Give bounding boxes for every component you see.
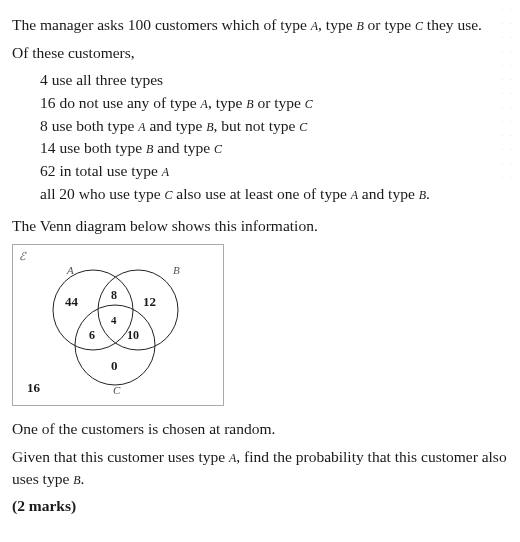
- of-these-line: Of these customers,: [12, 42, 508, 64]
- fact-text: 14 use both type: [40, 139, 146, 156]
- fact-text: 16 do not use any of type: [40, 94, 201, 111]
- question-text: .: [80, 470, 84, 487]
- set-c-label: C: [113, 383, 120, 398]
- fact-item: 62 in total use type A: [40, 160, 508, 182]
- venn-diagram: ℰ A B C 44 8 12 4 6 10 0 16: [12, 244, 224, 406]
- fact-item: 14 use both type B and type C: [40, 137, 508, 159]
- type-a-label: A: [162, 165, 169, 179]
- fact-item: 8 use both type A and type B, but not ty…: [40, 115, 508, 137]
- question-line-2: Given that this customer uses type A, fi…: [12, 446, 508, 489]
- venn-circles: [13, 245, 223, 405]
- fact-item: 16 do not use any of type A, type B or t…: [40, 92, 508, 114]
- fact-text: all 20 who use type: [40, 185, 164, 202]
- region-ac: 6: [89, 327, 95, 344]
- fact-text: and type: [358, 185, 419, 202]
- question-text: Given that this customer uses type: [12, 448, 229, 465]
- region-outside: 16: [27, 379, 40, 397]
- decorative-dots: · ·· ·· ·· ·· ·· ·· ·· ·· ·· ·· ·· ·· ·: [501, 2, 514, 184]
- marks-label: (2 marks): [12, 495, 508, 517]
- intro-text: they use.: [423, 16, 482, 33]
- fact-text: and type: [153, 139, 214, 156]
- fact-text: and type: [146, 117, 207, 134]
- type-c-label: C: [214, 142, 222, 156]
- intro-text: or type: [364, 16, 415, 33]
- region-ab: 8: [111, 287, 117, 304]
- type-a-label: A: [351, 188, 358, 202]
- region-c-only: 0: [111, 357, 118, 375]
- type-c-label: C: [305, 97, 313, 111]
- fact-text: also use at least one of type: [172, 185, 350, 202]
- fact-text: .: [426, 185, 430, 202]
- fact-text: , but not type: [214, 117, 300, 134]
- fact-text: , type: [208, 94, 246, 111]
- venn-caption: The Venn diagram below shows this inform…: [12, 215, 508, 237]
- fact-list: 4 use all three types 16 do not use any …: [12, 69, 508, 204]
- region-abc: 4: [111, 313, 117, 328]
- intro-text: , type: [318, 16, 356, 33]
- type-b-label: B: [419, 188, 426, 202]
- set-b-label: B: [173, 263, 180, 278]
- region-bc: 10: [127, 327, 139, 344]
- type-c-label: C: [415, 19, 423, 33]
- type-b-label: B: [246, 97, 253, 111]
- type-b-label: B: [356, 19, 363, 33]
- intro-paragraph: The manager asks 100 customers which of …: [12, 14, 508, 36]
- set-a-label: A: [67, 263, 74, 278]
- intro-text: The manager asks 100 customers which of …: [12, 16, 311, 33]
- region-b-only: 12: [143, 293, 156, 311]
- type-b-label: B: [206, 120, 213, 134]
- question-line-1: One of the customers is chosen at random…: [12, 418, 508, 440]
- fact-item: 4 use all three types: [40, 69, 508, 91]
- fact-text: 62 in total use type: [40, 162, 162, 179]
- fact-item: all 20 who use type C also use at least …: [40, 183, 508, 205]
- type-c-label: C: [299, 120, 307, 134]
- type-a-label: A: [201, 97, 208, 111]
- fact-text: 8 use both type: [40, 117, 138, 134]
- region-a-only: 44: [65, 293, 78, 311]
- type-a-label: A: [138, 120, 145, 134]
- type-a-label: A: [311, 19, 318, 33]
- fact-text: or type: [254, 94, 305, 111]
